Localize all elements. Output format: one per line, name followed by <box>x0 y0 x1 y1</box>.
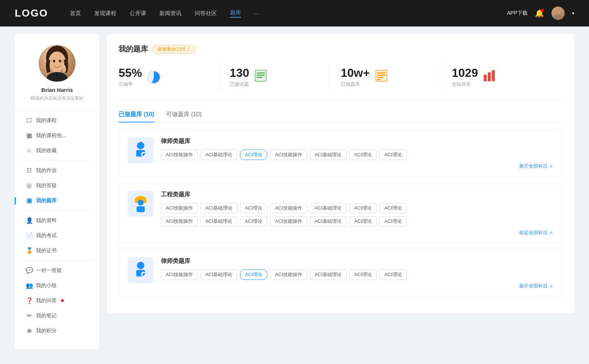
eng-tag-0[interactable]: ACI技能操作 <box>161 203 198 213</box>
bank-tags-lawyer-2: ACI技能操作 ACI基础理论 ACI理论 ACI技能操作 ACI基础理论 AC… <box>161 270 553 280</box>
svg-point-1 <box>553 15 563 20</box>
bank-icon: ▣ <box>26 197 32 204</box>
sidebar-item-qa[interactable]: ◎ 我的答疑 <box>15 178 99 193</box>
bank-tags-lawyer-1: ACI技能操作 ACI基础理论 ACI理论 ACI技能操作 ACI基础理论 AC… <box>161 150 553 160</box>
notes-icon: ✏ <box>26 312 32 319</box>
content-inner: 我的题库 体验剩余23天！ 55% 正确率 130 已做试题 <box>107 34 574 313</box>
nav-logo: LOGO <box>15 7 48 19</box>
bank-title-lawyer-1: 律师类题库 <box>161 138 553 145</box>
eng-tag-5[interactable]: ACI理论 <box>349 203 377 213</box>
trial-badge: 体验剩余23天！ <box>152 45 196 54</box>
eng-tag-2[interactable]: ACI理论 <box>240 203 267 213</box>
tag-6[interactable]: ACI理论 <box>380 150 407 160</box>
sidebar-item-certificate[interactable]: 🏅 我的证书 <box>15 243 99 258</box>
avatar-image <box>39 45 75 82</box>
bank-expand-lawyer-2[interactable]: 展开全部科目 ∨ <box>161 283 553 289</box>
profile-section: Brian Harris 错误的决定比没有决定要好 <box>15 45 99 109</box>
stat-rank-text: 1029 全站排名 <box>452 67 478 88</box>
stat-done-banks: 10w+ 已做题库 <box>341 63 441 91</box>
stat-ranking: 1029 全站排名 <box>452 63 551 91</box>
eng-tag2-6[interactable]: ACI理论 <box>380 216 407 226</box>
svg-rect-26 <box>137 206 145 212</box>
accuracy-pie-icon <box>147 71 161 84</box>
l2-tag-0[interactable]: ACI技能操作 <box>161 270 198 280</box>
sidebar-item-tutor[interactable]: 💬 一对一答疑 <box>15 263 99 278</box>
avatar[interactable] <box>551 7 565 20</box>
eng-tag-3[interactable]: ACI技能操作 <box>270 203 307 213</box>
tab-done-banks[interactable]: 已做题库 (10) <box>119 111 154 122</box>
lawyer-2-icon-wrap <box>128 257 154 283</box>
page-title: 我的题库 <box>119 44 148 54</box>
l2-tag-5[interactable]: ACI理论 <box>349 270 377 280</box>
nav-more[interactable]: ··· <box>254 10 259 17</box>
rank-icon <box>483 69 495 85</box>
sidebar-divider-3 <box>22 260 92 261</box>
eng-tag2-3[interactable]: ACI技能操作 <box>270 216 307 226</box>
bank-expand-lawyer-1[interactable]: 展开全部科目 ∨ <box>161 163 553 169</box>
svg-rect-15 <box>377 77 383 78</box>
sidebar-divider-2 <box>22 210 92 211</box>
engineer-figure-icon <box>131 194 151 214</box>
tag-4[interactable]: ACI基础理论 <box>310 150 347 160</box>
notification-bell-icon[interactable]: 🔔 <box>535 9 544 18</box>
sidebar-item-question-bank[interactable]: ▣ 我的题库 <box>15 193 99 208</box>
banks-value: 10w+ <box>341 67 370 79</box>
svg-point-3 <box>49 51 66 71</box>
my-qa-icon: ❓ <box>26 297 32 304</box>
eng-tag2-1[interactable]: ACI基础理论 <box>201 216 237 226</box>
tab-available-banks[interactable]: 可做题库 (10) <box>166 111 202 122</box>
svg-rect-14 <box>377 75 385 76</box>
nav-opencourse[interactable]: 公开课 <box>130 10 146 17</box>
nav-qa[interactable]: 问答社区 <box>195 10 217 17</box>
navbar: LOGO 首页 发现课程 公开课 新闻资讯 问答社区 题库 ··· APP下载 … <box>0 0 589 26</box>
nav-questionbank[interactable]: 题库 <box>230 9 241 18</box>
eng-tag2-2[interactable]: ACI理论 <box>240 216 267 226</box>
app-download-button[interactable]: APP下载 <box>507 10 528 17</box>
eng-tag2-0[interactable]: ACI技能操作 <box>161 216 198 226</box>
user-dropdown-arrow[interactable]: ▾ <box>572 11 574 16</box>
bank-expand-engineer[interactable]: 收起全部科目 ∧ <box>161 229 553 236</box>
tag-2-active[interactable]: ACI理论 <box>240 150 267 160</box>
stat-accuracy-text: 55% 正确率 <box>119 67 142 88</box>
lawyer-figure-icon <box>131 140 151 160</box>
tag-3[interactable]: ACI技能操作 <box>270 150 307 160</box>
cert-icon: 🏅 <box>26 247 32 254</box>
bank-card-engineer: 工程类题库 ACI技能操作 ACI基础理论 ACI理论 ACI技能操作 ACI基… <box>119 183 562 244</box>
nav-discover[interactable]: 发现课程 <box>94 10 116 17</box>
profile-motto: 错误的决定比没有决定要好 <box>31 95 84 101</box>
l2-tag-6[interactable]: ACI理论 <box>380 270 407 280</box>
accuracy-label: 正确率 <box>119 81 142 88</box>
sidebar-item-points[interactable]: ⊕ 我的积分 <box>15 323 99 338</box>
stat-banks-text: 10w+ 已做题库 <box>341 67 370 88</box>
tag-5[interactable]: ACI理论 <box>349 150 377 160</box>
tag-1[interactable]: ACI基础理论 <box>201 150 237 160</box>
l2-tag-3[interactable]: ACI技能操作 <box>270 270 307 280</box>
nav-news[interactable]: 新闻资讯 <box>159 10 181 17</box>
nav-home[interactable]: 首页 <box>70 10 81 17</box>
bank-tags-engineer-row2: ACI技能操作 ACI基础理论 ACI理论 ACI技能操作 ACI基础理论 AC… <box>161 216 553 226</box>
sidebar-item-favorites[interactable]: ☆ 我的收藏 <box>15 143 99 158</box>
lawyer-icon-wrap <box>128 138 154 163</box>
questions-icon <box>254 69 267 85</box>
tag-0[interactable]: ACI技能操作 <box>161 150 198 160</box>
sidebar-item-homework[interactable]: ☷ 我的作业 <box>15 163 99 178</box>
profile-name: Brian Harris <box>41 87 73 93</box>
sidebar-item-notes[interactable]: ✏ 我的笔记 <box>15 308 99 323</box>
l2-tag-2-active[interactable]: ACI理论 <box>240 270 267 280</box>
l2-tag-1[interactable]: ACI基础理论 <box>201 270 237 280</box>
svg-point-6 <box>53 60 55 63</box>
sidebar-item-exam[interactable]: 📄 我的考试 <box>15 228 99 243</box>
sidebar-item-my-course[interactable]: ☐ 我的课程 <box>15 113 99 128</box>
eng-tag-4[interactable]: ACI基础理论 <box>310 203 347 213</box>
eng-tag-1[interactable]: ACI基础理论 <box>201 203 237 213</box>
star-icon: ☆ <box>26 147 32 154</box>
course-icon: ☐ <box>26 117 32 124</box>
l2-tag-4[interactable]: ACI基础理论 <box>310 270 347 280</box>
sidebar-item-group[interactable]: 👥 我的小组 <box>15 278 99 293</box>
eng-tag-6[interactable]: ACI理论 <box>380 203 407 213</box>
sidebar-item-my-qa[interactable]: ❓ 我的问答 <box>15 293 99 308</box>
eng-tag2-4[interactable]: ACI基础理论 <box>310 216 347 226</box>
sidebar-item-profile[interactable]: 👤 我的资料 <box>15 213 99 228</box>
sidebar-item-course-package[interactable]: ▦ 我的课程包... <box>15 128 99 143</box>
eng-tag2-5[interactable]: ACI理论 <box>349 216 377 226</box>
